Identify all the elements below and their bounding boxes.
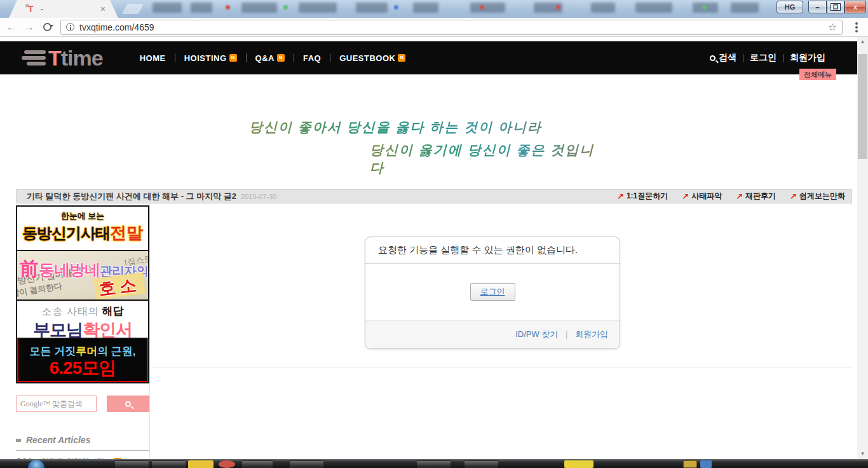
permission-footer: ID/PW 찾기 | 회원가입 [365, 320, 620, 348]
quick-link-comic[interactable]: ↗ 쉽게보는만화 [790, 191, 845, 202]
banner-stack: 한눈에 보는 동방신기사태전말 1집스토 동방신기 멤버를 추가 같이 결의한다… [16, 205, 149, 383]
page-viewport: T time HOME HOISTING N Q&A N FAQ GUES [0, 37, 857, 459]
nav-item-qna[interactable]: Q&A N [247, 53, 294, 63]
reload-icon[interactable] [43, 23, 51, 31]
banner-overview[interactable]: 한눈에 보는 동방신기사태전말 [17, 207, 148, 250]
logo-text-time: time [61, 46, 103, 71]
aero-window-blob [356, 3, 388, 13]
calligraphy-line1: 당신이 좋아서 당신을 옳다 하는 것이 아니라 [249, 118, 605, 136]
google-search-input[interactable] [16, 396, 97, 412]
quick-link-situation[interactable]: ↗ 사태파악 [682, 191, 722, 202]
scroll-up-button[interactable]: ▲ [857, 37, 868, 47]
taskbar-item[interactable] [289, 460, 324, 468]
page-info-icon[interactable] [66, 23, 74, 31]
tab-close-icon[interactable]: × [100, 4, 105, 13]
aero-window-blob [153, 3, 182, 13]
aero-window-blob [731, 3, 759, 13]
logo-wing-icon [19, 48, 46, 67]
browser-tab[interactable]: ★ T - × [9, 0, 118, 18]
content-wrapper: 기타 탈덕한 동방신기팬 사건에 대한 해부 - 그 마지막 글2 2015-0… [16, 189, 852, 459]
outlink-arrow-icon: ↗ [682, 191, 689, 201]
new-badge: N [277, 54, 285, 62]
taskbar-item[interactable] [114, 460, 149, 468]
recent-articles-heading: Recent Articles [16, 435, 149, 445]
taskbar-item[interactable] [564, 460, 593, 468]
restore-button[interactable]: ❐ [827, 1, 844, 13]
sidebar: 한눈에 보는 동방신기사태전말 1집스토 동방신기 멤버를 추가 같이 결의한다… [16, 203, 149, 459]
login-button[interactable]: 로그인 [470, 283, 515, 301]
taskbar-item[interactable] [151, 460, 186, 468]
taskbar-item[interactable] [188, 460, 214, 468]
new-badge: N [229, 54, 237, 62]
banner-confirmation[interactable]: 소송 사태의 해답 부모님확인서 [17, 299, 148, 338]
taskbar-item[interactable] [700, 460, 712, 468]
header-login-link[interactable]: 로그인 [743, 52, 783, 64]
aero-window-blob [299, 3, 337, 13]
google-custom-search [16, 396, 149, 412]
browser-titlebar: ★ T - × HG – ❐ x [0, 0, 868, 18]
header-signup-link[interactable]: 회원가입 [783, 52, 832, 64]
aero-window-blob [241, 3, 277, 13]
aero-icon-dot [556, 5, 560, 10]
taskbar-item[interactable] [241, 460, 273, 468]
aero-icon-dot [480, 5, 484, 10]
outlink-arrow-icon: ↗ [617, 191, 624, 201]
scrollbar-thumb[interactable] [858, 54, 867, 159]
main-content: 요청한 기능을 실행할 수 있는 권한이 없습니다. 로그인 ID/PW 찾기 … [149, 203, 852, 459]
aero-icon-dot [226, 5, 230, 10]
outlink-arrow-icon: ↗ [736, 191, 743, 201]
tab-favicon-icon: ★ T [25, 4, 36, 14]
banner-appeal[interactable]: 1집스토 동방신기 멤버를 추가 같이 결의한다 前동네방네관리자의 호소 [17, 250, 148, 299]
outlink-arrow-icon: ↗ [790, 191, 797, 201]
calligraphy-quote: 당신이 좋아서 당신을 옳다 하는 것이 아니라 당신이 옳기에 당신이 좋은 … [249, 118, 605, 177]
minimize-button[interactable]: – [808, 1, 827, 13]
header-search-link[interactable]: 검색 [703, 52, 743, 64]
nav-item-faq[interactable]: FAQ [294, 53, 330, 63]
start-button[interactable] [28, 460, 44, 468]
taskbar-item[interactable] [683, 460, 697, 468]
logo-text-t: T [48, 46, 61, 71]
banner-rumor-source[interactable]: 모든 거짓루머의 근원, 6.25모임 [17, 338, 148, 382]
aero-icon-dot [702, 5, 707, 10]
back-icon[interactable]: ← [3, 21, 20, 34]
content-bottom-divider [150, 368, 852, 368]
nav-item-home[interactable]: HOME [131, 53, 175, 63]
taskbar-item[interactable] [464, 460, 499, 468]
main-nav: HOME HOISTING N Q&A N FAQ GUESTBOOK N [131, 53, 415, 63]
bookmark-star-icon[interactable]: ☆ [828, 21, 837, 33]
quick-link-trial[interactable]: ↗ 재판후기 [736, 191, 776, 202]
recent-divider [16, 450, 149, 451]
forward-icon[interactable]: → [20, 21, 38, 34]
aero-window-blob [191, 3, 212, 13]
new-badge: N [398, 54, 405, 62]
nav-item-guestbook[interactable]: GUESTBOOK N [330, 53, 414, 63]
site-header: T time HOME HOISTING N Q&A N FAQ GUES [0, 41, 857, 74]
find-idpw-link[interactable]: ID/PW 찾기 [515, 329, 558, 339]
windows-taskbar[interactable] [0, 459, 868, 468]
language-indicator-button[interactable]: HG [776, 1, 803, 13]
search-icon [710, 55, 715, 61]
address-bar[interactable]: tvxqtime.com/4659 ☆ [60, 20, 843, 35]
post-title-bar: 기타 탈덕한 동방신기팬 사건에 대한 해부 - 그 마지막 글2 2015-0… [16, 189, 852, 203]
browser-menu-icon[interactable] [855, 26, 858, 29]
site-logo[interactable]: T time [19, 46, 103, 71]
all-menu-button[interactable]: 전체메뉴 [799, 69, 836, 80]
scroll-down-button[interactable]: ▼ [857, 449, 868, 459]
footer-separator: | [566, 329, 567, 339]
taskbar-item[interactable] [416, 460, 451, 468]
nav-item-hoisting[interactable]: HOISTING N [175, 53, 246, 63]
post-date: 2015-07-30 [241, 193, 276, 200]
page-scrollbar[interactable]: ▲ ▼ [857, 37, 868, 459]
square-bullet-icon [16, 439, 21, 442]
close-button[interactable]: x [844, 1, 866, 13]
google-search-button[interactable] [107, 396, 149, 412]
quick-link-ask[interactable]: ↗ 1:1질문하기 [617, 191, 668, 202]
taskbar-item[interactable] [219, 460, 235, 468]
url-text[interactable]: tvxqtime.com/4659 [79, 22, 823, 32]
quick-links: ↗ 1:1질문하기 ↗ 사태파악 ↗ 재판후기 ↗ 쉽게보는만화 [603, 191, 845, 202]
aero-window-blob [470, 3, 505, 13]
signup-link[interactable]: 회원가입 [575, 329, 608, 339]
search-icon [125, 401, 131, 407]
new-tab-button[interactable] [122, 4, 144, 14]
header-utility: 검색 로그인 회원가입 [703, 52, 832, 64]
